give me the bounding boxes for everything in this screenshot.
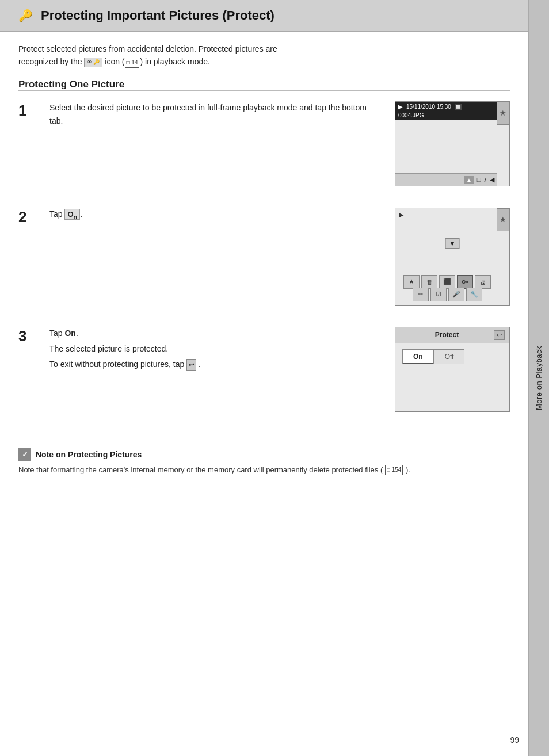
note-text: Note that formatting the camera's intern… bbox=[18, 464, 510, 476]
screen2-star-btn[interactable]: ★ bbox=[497, 208, 509, 231]
screen3-header: Protect ↩ bbox=[395, 327, 509, 343]
screen1-icon1: □ bbox=[477, 176, 481, 183]
step-1-number: 1 bbox=[18, 102, 36, 119]
protect-eye-icon: 👁🔑 bbox=[84, 58, 102, 67]
screen2-icon-row2: ✏ ☑ 🎤 🔧 bbox=[398, 288, 497, 301]
icon-star[interactable]: ★ bbox=[403, 275, 420, 289]
step-2-screen: ▶ ★ ▼ ★ 🗑 ⬛ On 🖨 ✏ bbox=[395, 208, 510, 306]
intro-paragraph: Protect selected pictures from accidenta… bbox=[18, 43, 510, 68]
arrow-up-icon[interactable]: ▲ bbox=[464, 176, 474, 184]
icon-mic[interactable]: 🎤 bbox=[448, 288, 464, 301]
icon-print[interactable]: 🖨 bbox=[475, 275, 491, 289]
screen3-buttons: On Off bbox=[402, 349, 502, 364]
note-heading: Note on Protecting Pictures bbox=[36, 450, 142, 459]
icon-copy[interactable]: ⬛ bbox=[439, 275, 455, 289]
icon-settings[interactable]: 🔧 bbox=[466, 288, 482, 301]
note-end: ). bbox=[406, 465, 410, 474]
intro-line3: icon (□ 14) in playback mode. bbox=[105, 57, 210, 66]
note-title: ✓ Note on Protecting Pictures bbox=[18, 448, 510, 461]
screen1-topbar: ▶ 15/11/2010 15:30 🔲 bbox=[395, 102, 509, 112]
protect-header-icon: 🔑 bbox=[18, 9, 33, 22]
icon-protect[interactable]: On bbox=[457, 275, 473, 289]
note-box: ✓ Note on Protecting Pictures Note that … bbox=[18, 441, 510, 476]
sidebar-right: More on Playback bbox=[528, 0, 549, 756]
step-3-image: Protect ↩ On Off bbox=[389, 327, 510, 412]
note-body: Note that formatting the camera's intern… bbox=[18, 465, 383, 474]
step-3-number: 3 bbox=[18, 328, 36, 345]
section-heading: Protecting One Picture bbox=[18, 79, 510, 90]
step-3-screen: Protect ↩ On Off bbox=[395, 327, 510, 412]
screen1-icon2: ♪ bbox=[484, 176, 487, 183]
sidebar-label: More on Playback bbox=[535, 346, 543, 410]
step-3-row: 3 Tap On. The selected picture is protec… bbox=[18, 316, 510, 422]
on-label: On bbox=[64, 329, 75, 338]
om-symbol: On bbox=[64, 209, 80, 220]
step-3-subtext2: To exit without protecting pictures, tap bbox=[49, 360, 186, 369]
screen1-timestamp: 15/11/2010 15:30 bbox=[406, 104, 451, 110]
step-1-text: Select the desired picture to be protect… bbox=[49, 101, 375, 130]
screen2-pb-icon: ▶ bbox=[398, 211, 405, 219]
screen3-back-icon[interactable]: ↩ bbox=[494, 330, 505, 340]
page-header: 🔑 Protecting Important Pictures (Protect… bbox=[0, 0, 528, 32]
screen1-pb-icon: ▶ bbox=[398, 104, 403, 110]
step-1-screen: ▶ 15/11/2010 15:30 🔲 0004.JPG ★ ▲ □ ♪ bbox=[395, 101, 510, 186]
screen1-filename: 0004.JPG bbox=[395, 112, 509, 120]
screen1-bottom-bar: ▲ □ ♪ ◀ bbox=[395, 173, 497, 186]
star-icon: ★ bbox=[500, 109, 506, 117]
step-1-row: 1 Select the desired picture to be prote… bbox=[18, 90, 510, 197]
protect-on-button[interactable]: On bbox=[402, 349, 434, 364]
step-2-text: Tap On. bbox=[49, 208, 375, 224]
step-2-image: ▶ ★ ▼ ★ 🗑 ⬛ On 🖨 ✏ bbox=[389, 208, 510, 306]
step-2-row: 2 Tap On. ▶ ★ ▼ ★ 🗑 ⬛ bbox=[18, 197, 510, 316]
icon-delete[interactable]: 🗑 bbox=[421, 275, 437, 289]
screen2-icon-row1: ★ 🗑 ⬛ On 🖨 bbox=[398, 275, 497, 289]
screen3-protect-label: Protect bbox=[400, 331, 494, 339]
screen1-mode: 🔲 bbox=[455, 104, 462, 110]
step-2-number: 2 bbox=[18, 209, 36, 226]
icon-edit[interactable]: ✏ bbox=[413, 288, 429, 301]
protect-off-button[interactable]: Off bbox=[434, 349, 465, 364]
screen2-star-icon: ★ bbox=[500, 215, 506, 224]
icon-check[interactable]: ☑ bbox=[430, 288, 447, 301]
step-3-text: Tap On. The selected picture is protecte… bbox=[49, 327, 375, 373]
screen1-icon3: ◀ bbox=[490, 176, 494, 184]
note-checkmark-icon: ✓ bbox=[18, 448, 31, 461]
note-ref: □ 154 bbox=[385, 465, 403, 475]
exit-icon: ↩ bbox=[186, 359, 196, 371]
screen1-star-btn[interactable]: ★ bbox=[497, 102, 509, 125]
page-title: Protecting Important Pictures (Protect) bbox=[41, 8, 274, 23]
step-1-image: ▶ 15/11/2010 15:30 🔲 0004.JPG ★ ▲ □ ♪ bbox=[389, 101, 510, 186]
step-3-subtext1: The selected picture is protected. bbox=[49, 342, 375, 356]
screen2-dropdown[interactable]: ▼ bbox=[445, 238, 460, 249]
step-3-period: . bbox=[199, 360, 201, 369]
page-number: 99 bbox=[510, 735, 519, 744]
